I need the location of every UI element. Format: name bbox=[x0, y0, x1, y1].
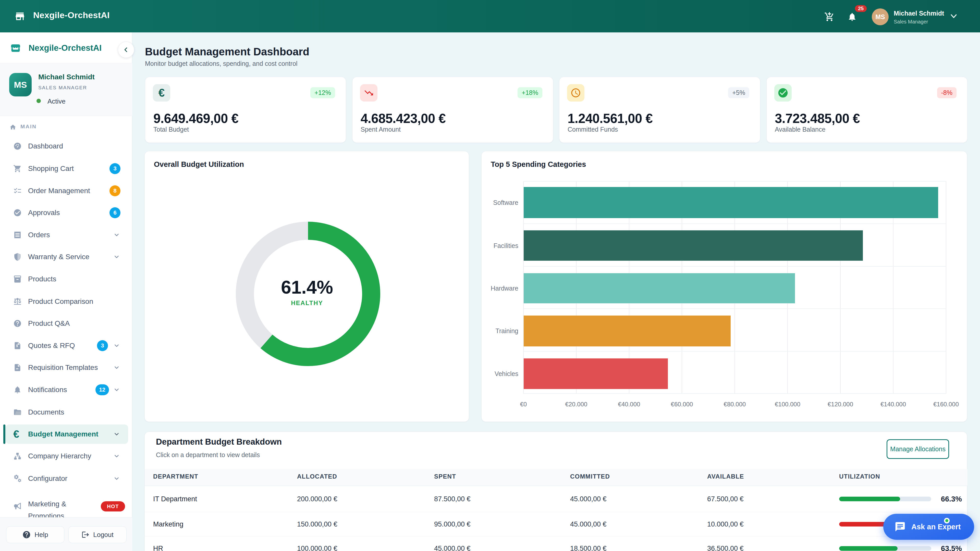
svg-text:Vehicles: Vehicles bbox=[495, 370, 518, 377]
svg-text:€140.000: €140.000 bbox=[880, 401, 906, 408]
svg-text:Hardware: Hardware bbox=[491, 285, 518, 292]
svg-text:Facilities: Facilities bbox=[493, 242, 518, 249]
svg-text:€0: €0 bbox=[520, 401, 527, 408]
svg-text:€120.000: €120.000 bbox=[828, 401, 853, 408]
svg-text:€40.000: €40.000 bbox=[618, 401, 640, 408]
svg-text:€160.000: €160.000 bbox=[933, 401, 959, 408]
svg-text:Software: Software bbox=[493, 199, 518, 206]
svg-text:€100.000: €100.000 bbox=[775, 401, 800, 408]
svg-text:€20.000: €20.000 bbox=[565, 401, 587, 408]
svg-text:Training: Training bbox=[496, 327, 518, 334]
svg-text:€80.000: €80.000 bbox=[724, 401, 746, 408]
svg-text:€60.000: €60.000 bbox=[671, 401, 693, 408]
